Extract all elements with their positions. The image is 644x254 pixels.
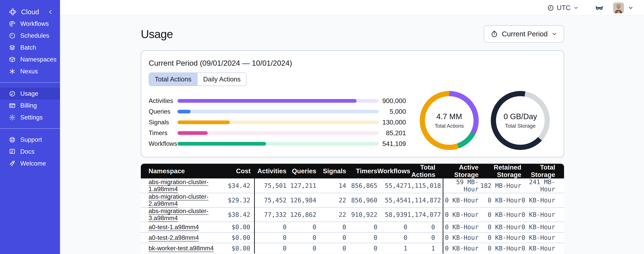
cell-workflows: 1	[377, 243, 407, 254]
namespace-usage-table: Namespace Cost Activities Queries Signal…	[141, 164, 564, 254]
sidebar-divider	[0, 128, 60, 129]
app-window: Cloud Workflows Schedules Batch Namespac…	[0, 0, 644, 254]
col-signals: Signals	[316, 164, 346, 178]
sidebar-item-support[interactable]: Support	[0, 134, 60, 146]
cell-timers: 0	[346, 243, 377, 254]
sidebar-item-namespaces[interactable]: Namespaces	[0, 54, 60, 65]
cell-signals: 22	[316, 208, 346, 222]
period-selector-button[interactable]: Current Period	[484, 25, 564, 43]
cell-queries: 0	[286, 232, 316, 243]
sidebar-item-settings[interactable]: Settings	[0, 112, 60, 123]
billing-card-icon	[9, 102, 16, 109]
sidebar-item-batch[interactable]: Batch	[0, 42, 60, 54]
cell-activities: 0	[254, 243, 286, 254]
bar-value: 85,201	[379, 129, 406, 137]
page-content: Usage Current Period Current Period (09/…	[60, 16, 644, 254]
sidebar-item-workflows[interactable]: Workflows	[0, 18, 60, 30]
stopwatch-icon	[490, 30, 498, 38]
bar-row-activities: Activities 900,000	[149, 96, 406, 106]
sidebar-item-label: Settings	[20, 114, 43, 121]
sidebar: Cloud Workflows Schedules Batch Namespac…	[0, 0, 60, 254]
usage-gauge-icon	[9, 90, 16, 97]
cell-cost: $0.00	[218, 232, 254, 243]
cell-timers: 910,922	[346, 208, 377, 222]
user-avatar[interactable]	[613, 2, 624, 13]
cell-workflows: 55,427	[377, 178, 407, 193]
sidebar-item-nexus[interactable]: Nexus	[0, 65, 60, 77]
donut-charts: 4.7 MM Total Actions 0 GB/Day Total Stor…	[420, 91, 550, 150]
cell-activities: 0	[254, 222, 286, 232]
cell-workflows: 0	[377, 232, 407, 243]
col-active-storage: Active Storage	[443, 164, 478, 178]
donut-total-value: 4.7 MM	[436, 112, 462, 121]
period-selector-label: Current Period	[502, 30, 548, 38]
tab-total-actions[interactable]: Total Actions	[149, 73, 197, 86]
table-row: a0-test-1.a98mm4 $0.00 0 0 0 0 0 0 0 KB-…	[141, 222, 564, 232]
sidebar-item-label: Namespaces	[20, 56, 56, 63]
timezone-selector[interactable]: UTC	[547, 4, 579, 12]
table-row: abs-migration-cluster-2.a98mm4 $29.32 75…	[141, 193, 564, 208]
cell-active-storage: 59 MB-Hour	[443, 178, 478, 193]
cell-activities: 77,332	[254, 208, 286, 222]
cell-cost: $38.42	[218, 208, 254, 222]
sidebar-item-billing[interactable]: Billing	[0, 100, 60, 112]
sidebar-item-docs[interactable]: Docs	[0, 146, 60, 158]
bar-value: 900,000	[379, 97, 406, 104]
nexus-icon	[9, 68, 16, 75]
bar-fill	[178, 120, 230, 124]
bar-fill	[178, 131, 208, 135]
namespace-link[interactable]: abs-migration-cluster-2.a98mm4	[148, 193, 208, 207]
bar-track	[178, 120, 379, 124]
avatar-photo	[613, 2, 624, 13]
sidebar-collapse-icon[interactable]	[48, 9, 53, 15]
cell-signals: 0	[316, 222, 346, 232]
sidebar-item-welcome[interactable]: Welcome	[0, 158, 60, 170]
cell-activities: 75,452	[254, 193, 286, 208]
tab-daily-actions[interactable]: Daily Actions	[197, 73, 246, 86]
bar-value: 541,109	[379, 140, 406, 148]
sidebar-item-label: Docs	[20, 148, 34, 155]
support-buoy-icon	[9, 136, 16, 143]
bar-label: Workflows	[149, 140, 178, 147]
sidebar-item-label: Welcome	[20, 160, 46, 167]
cell-active-storage: 0 KB-Hour	[443, 222, 478, 232]
bar-track	[178, 110, 379, 114]
chevron-down-icon	[628, 5, 634, 11]
actions-view-tabs: Total Actions Daily Actions	[149, 72, 246, 86]
table-row: a0-test-2.a98mm4 $0.00 0 0 0 0 0 0 0 KB-…	[141, 232, 564, 243]
cell-retained-storage: 182 MB-Hour	[478, 178, 521, 193]
user-menu-button[interactable]	[628, 5, 634, 11]
sidebar-item-schedules[interactable]: Schedules	[0, 30, 60, 42]
cell-queries: 126,862	[286, 208, 316, 222]
cell-retained-storage: 0 KB-Hour	[478, 193, 521, 208]
table-header-row: Namespace Cost Activities Queries Signal…	[141, 164, 564, 178]
topbar: UTC	[60, 0, 644, 16]
bar-label: Queries	[149, 108, 178, 115]
cell-total-actions: 0	[407, 222, 443, 232]
cell-total-actions: 1,115,018	[407, 178, 443, 193]
cell-queries: 127,211	[286, 178, 316, 193]
bar-track	[178, 142, 379, 146]
sidebar-item-label: Nexus	[20, 68, 38, 75]
namespace-link[interactable]: abs-migration-cluster-1.a98mm4	[148, 178, 208, 192]
sidebar-item-usage[interactable]: Usage	[0, 88, 60, 100]
cell-workflows: 0	[377, 222, 407, 232]
batch-icon	[9, 44, 16, 51]
donut-storage-value: 0 GB/Day	[504, 112, 537, 121]
namespace-link[interactable]: a0-test-2.a98mm4	[148, 234, 199, 241]
page-title: Usage	[141, 28, 173, 40]
col-total-actions: Total Actions	[407, 164, 443, 178]
namespace-link[interactable]: a0-test-1.a98mm4	[148, 224, 199, 230]
reader-mode-button[interactable]	[595, 3, 604, 12]
cell-total-actions: 1	[407, 243, 443, 254]
bar-label: Signals	[149, 119, 178, 126]
total-storage-donut: 0 GB/Day Total Storage	[491, 91, 550, 150]
namespace-link[interactable]: abs-migration-cluster-3.a98mm4	[148, 208, 208, 222]
sidebar-item-label: Billing	[20, 102, 37, 109]
bar-value: 5,000	[379, 108, 406, 115]
cell-queries: 0	[286, 243, 316, 254]
cell-active-storage: 0 KB-Hour	[443, 193, 478, 208]
cell-signals: 0	[316, 232, 346, 243]
settings-gear-icon	[9, 114, 16, 121]
namespace-link[interactable]: bk-worker-test.a98mm4	[148, 245, 214, 252]
